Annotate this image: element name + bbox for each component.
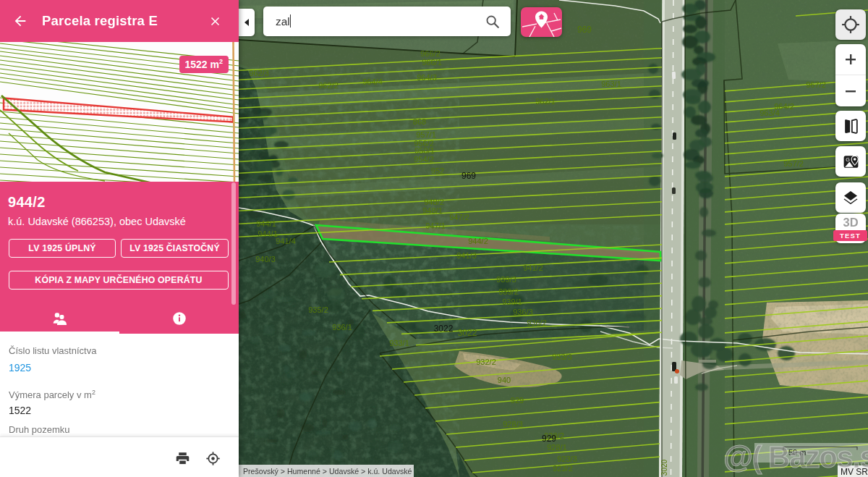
- svg-text:928/3: 928/3: [503, 420, 523, 429]
- svg-text:963/4: 963/4: [760, 109, 780, 117]
- svg-text:Prešovský > Humenné > Udavské: Prešovský > Humenné > Udavské > k.ú. Uda…: [243, 467, 412, 476]
- svg-text:969: 969: [577, 25, 592, 35]
- svg-text:923/2: 923/2: [553, 464, 573, 473]
- svg-text:947/2: 947/2: [449, 213, 469, 221]
- svg-text:939/3: 939/3: [496, 275, 516, 284]
- svg-text:940: 940: [498, 376, 511, 384]
- svg-text:967/2: 967/2: [806, 80, 826, 89]
- svg-text:948/2: 948/2: [424, 198, 444, 206]
- svg-text:944/1: 944/1: [256, 219, 276, 228]
- svg-text:932/2: 932/2: [476, 358, 496, 366]
- svg-text:952: 952: [431, 166, 444, 175]
- svg-text:3022: 3022: [434, 324, 454, 334]
- svg-text:966/1: 966/1: [422, 58, 442, 67]
- svg-text:948/1: 948/1: [422, 206, 443, 215]
- svg-text:@( Bazos.sk: @( Bazos.sk: [723, 440, 868, 474]
- svg-text:933/1: 933/1: [389, 339, 409, 347]
- svg-text:936/3: 936/3: [513, 308, 533, 316]
- svg-text:957/2: 957/2: [783, 159, 804, 168]
- svg-text:940/3: 940/3: [255, 255, 276, 263]
- svg-text:929: 929: [511, 396, 524, 405]
- svg-text:962/3: 962/3: [249, 69, 269, 77]
- svg-text:944/1: 944/1: [258, 229, 278, 238]
- svg-text:923/3: 923/3: [557, 455, 577, 463]
- svg-text:3022: 3022: [458, 328, 477, 338]
- svg-text:941/4: 941/4: [276, 237, 296, 245]
- svg-text:962/2: 962/2: [318, 81, 339, 90]
- svg-text:963/1: 963/1: [601, 80, 621, 88]
- svg-text:941/3: 941/3: [456, 251, 477, 260]
- svg-text:947/1: 947/1: [425, 221, 446, 230]
- svg-text:964/4: 964/4: [362, 77, 383, 86]
- svg-text:933/3: 933/3: [552, 353, 572, 361]
- svg-text:939/1: 939/1: [502, 297, 522, 306]
- svg-text:964/3: 964/3: [417, 73, 437, 82]
- svg-text:929: 929: [542, 434, 556, 444]
- svg-text:928/1: 928/1: [547, 443, 567, 452]
- svg-text:950/1: 950/1: [414, 146, 435, 155]
- svg-text:936/1: 936/1: [332, 323, 352, 332]
- svg-text:936/2: 936/2: [527, 318, 547, 327]
- svg-text:957/1: 957/1: [416, 130, 436, 139]
- svg-text:935/2: 935/2: [308, 305, 328, 314]
- svg-text:954/2: 954/2: [414, 155, 434, 164]
- svg-text:969: 969: [461, 171, 476, 181]
- svg-text:3020: 3020: [660, 459, 668, 476]
- svg-text:962/1: 962/1: [535, 97, 556, 106]
- svg-text:941/2: 941/2: [523, 263, 543, 272]
- svg-text:966/2: 966/2: [420, 49, 441, 58]
- svg-text:868: 868: [413, 117, 426, 126]
- svg-text:939/2: 939/2: [498, 287, 519, 296]
- svg-text:944/2: 944/2: [468, 237, 488, 245]
